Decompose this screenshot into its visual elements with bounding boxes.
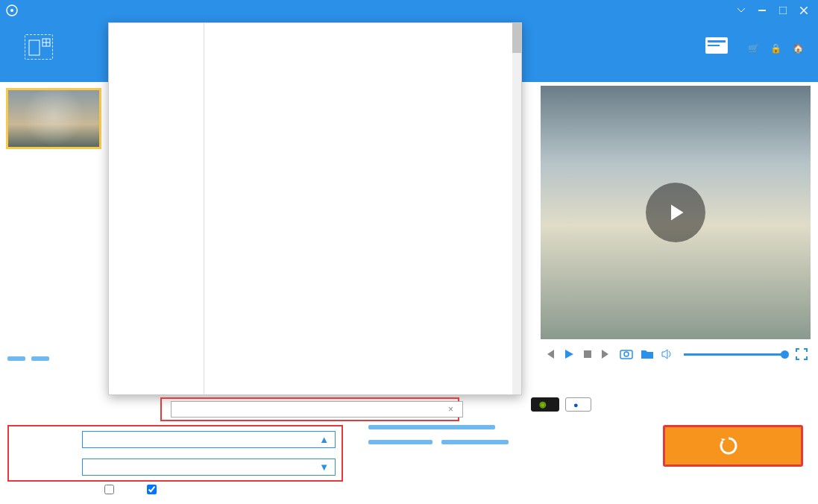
svg-point-11 bbox=[624, 352, 629, 356]
move-button[interactable] bbox=[31, 356, 49, 361]
home-icon: 🏠 bbox=[793, 43, 804, 54]
close-button[interactable] bbox=[796, 4, 812, 16]
out-format-select[interactable]: ▲ bbox=[82, 431, 336, 448]
svg-rect-2 bbox=[758, 10, 766, 11]
volume-slider[interactable] bbox=[684, 353, 785, 356]
buy-link[interactable]: 🛒 bbox=[748, 43, 761, 54]
maximize-button[interactable] bbox=[775, 4, 791, 16]
clear-search-icon[interactable]: × bbox=[448, 404, 453, 415]
nvidia-icon: ◉ bbox=[539, 400, 547, 409]
play-overlay-button[interactable] bbox=[646, 183, 705, 242]
open-output-button[interactable] bbox=[441, 440, 509, 444]
volume-icon[interactable] bbox=[661, 349, 673, 359]
output-settings-button[interactable] bbox=[368, 425, 495, 429]
search-input[interactable] bbox=[171, 401, 463, 418]
start-button[interactable] bbox=[663, 425, 803, 467]
intel-icon: ● bbox=[573, 400, 579, 409]
clear-queue-button[interactable] bbox=[7, 356, 25, 361]
snapshot-button[interactable] bbox=[620, 348, 633, 360]
preview-checkbox[interactable] bbox=[147, 485, 160, 494]
stop-button[interactable] bbox=[582, 349, 593, 359]
add-file-button[interactable] bbox=[16, 34, 61, 63]
svg-rect-7 bbox=[708, 40, 726, 42]
format-scrollbar[interactable] bbox=[512, 23, 521, 394]
next-button[interactable] bbox=[600, 348, 612, 360]
minimize-button[interactable] bbox=[754, 4, 770, 16]
shutdown-checkbox[interactable] bbox=[104, 485, 117, 494]
app-logo-icon bbox=[6, 4, 18, 16]
cart-icon: 🛒 bbox=[748, 43, 759, 54]
svg-point-1 bbox=[10, 9, 13, 12]
register-link[interactable]: 🔒 bbox=[770, 43, 784, 54]
prev-button[interactable] bbox=[544, 348, 556, 360]
chevron-down-icon: ▼ bbox=[319, 462, 329, 473]
svg-rect-3 bbox=[779, 7, 787, 14]
credits-button[interactable] bbox=[694, 34, 739, 63]
chevron-up-icon: ▲ bbox=[319, 434, 329, 445]
svg-rect-5 bbox=[29, 40, 40, 55]
home-link[interactable]: 🏠 bbox=[793, 43, 806, 54]
intel-chip[interactable]: ● bbox=[565, 397, 591, 412]
svg-rect-8 bbox=[708, 45, 720, 46]
queue-thumbnail[interactable] bbox=[6, 88, 101, 149]
out-folder-select[interactable]: ▼ bbox=[82, 459, 336, 476]
preview-image bbox=[541, 86, 811, 339]
dropdown-icon[interactable] bbox=[733, 4, 749, 16]
browse-button[interactable] bbox=[368, 440, 432, 444]
svg-rect-9 bbox=[584, 350, 591, 358]
fullscreen-button[interactable] bbox=[796, 348, 808, 360]
nvenc-chip[interactable]: ◉ bbox=[531, 397, 559, 412]
open-folder-button[interactable] bbox=[641, 349, 654, 359]
format-dropdown-panel bbox=[108, 22, 522, 395]
lock-icon: 🔒 bbox=[770, 43, 781, 54]
play-button[interactable] bbox=[563, 348, 575, 360]
